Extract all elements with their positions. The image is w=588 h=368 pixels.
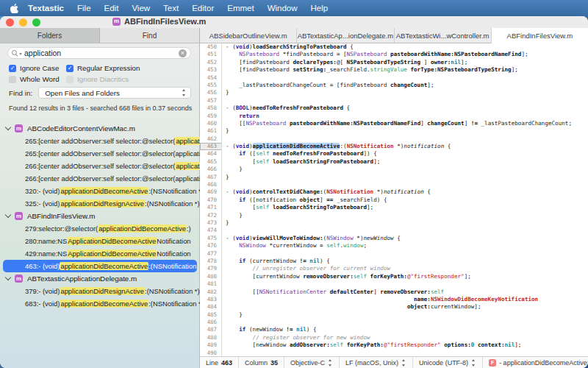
result-group-header[interactable]: mABFindInFilesView.m [0, 210, 200, 222]
tab-folders[interactable]: Folders [0, 28, 100, 43]
chevron-down-icon[interactable] [5, 275, 11, 280]
editor-tabs: ABSidebarOutlineView.mABTextasticAp...io… [200, 28, 588, 43]
menu-item-view[interactable]: View [125, 0, 157, 16]
status-segment[interactable]: F- applicationDidBecomeActive: [483, 357, 588, 368]
editor-tab[interactable]: ABFindInFilesView.m [492, 28, 588, 43]
option-label: Ignore Diacritics [77, 75, 129, 83]
result-row[interactable]: 279: selector:@selector(applicationDidBe… [0, 222, 200, 235]
apple-menu-icon[interactable] [10, 4, 18, 13]
status-segment[interactable]: Unicode (UTF-8) [413, 357, 483, 368]
menu-item-textastic[interactable]: Textastic [21, 0, 71, 16]
menu-item-emmet[interactable]: Emmet [220, 0, 260, 16]
menu-item-window[interactable]: Window [261, 0, 304, 16]
result-row[interactable]: 266: [center addObserver:self selector:@… [0, 160, 200, 172]
editor-tab[interactable]: ABTextasticAp...ionDelegate.m [297, 28, 394, 43]
result-row[interactable]: 325: - (void) applicationDidResignActive… [0, 197, 200, 210]
code-line: 483 name:NSWindowDidBecomeKeyNotificatio… [200, 296, 588, 303]
line-number: 462 [200, 135, 222, 143]
menu-item-editor[interactable]: Editor [185, 0, 220, 16]
line-number: 490 [200, 350, 222, 356]
option-regular-expression[interactable]: ✓Regular Expression [66, 64, 140, 72]
code-text: - (void)controlTextDidChange:(NSNotifica… [222, 188, 431, 196]
close-button[interactable] [6, 18, 14, 26]
search-input[interactable] [24, 49, 179, 57]
result-row[interactable]: 683: - (void)applicationDidBecomeActive:… [0, 297, 200, 310]
editor-tab[interactable]: ABSidebarOutlineView.m [200, 28, 297, 43]
code-text: } [222, 89, 229, 96]
line-number: 489 [200, 342, 222, 349]
title-bar: m ABFindInFilesView.m [0, 16, 588, 28]
zoom-button[interactable] [32, 18, 40, 26]
line-number: 457 [200, 97, 222, 105]
status-segment[interactable]: LF (macOS, Unix) [340, 357, 413, 368]
code-text [222, 97, 226, 105]
line-number: 464 [200, 150, 222, 158]
line-number: 452 [200, 59, 222, 66]
find-in-popup[interactable]: Open Files and Folders [38, 87, 191, 99]
menu-item-text[interactable]: Text [157, 0, 185, 16]
result-group-header[interactable]: mABCodeEditorContentViewMac.m [0, 122, 200, 135]
chevron-down-icon[interactable] [5, 212, 11, 218]
code-text: } [222, 174, 229, 181]
tab-find[interactable]: Find [100, 28, 200, 43]
code-line: 478 if (currentWindow != nil) { [200, 258, 588, 265]
code-line: 457 [200, 97, 588, 105]
minimize-button[interactable] [19, 18, 27, 26]
result-row[interactable]: 265: [center addObserver:self selector:@… [0, 147, 200, 160]
find-options-row-1: ✓Ignore Case✓Regular Expression [9, 63, 193, 73]
title-group: m ABFindInFilesView.m [112, 17, 206, 26]
code-text: name:NSWindowDidBecomeKeyNotification [222, 296, 538, 303]
clear-icon[interactable]: × [179, 49, 187, 57]
line-number: 476 [200, 242, 222, 250]
checkbox-icon[interactable]: ✓ [66, 65, 74, 72]
option-ignore-diacritics: Ignore Diacritics [66, 75, 129, 83]
code-text: // unregister observer for current windo… [222, 265, 390, 272]
code-line: 482 [[NSNotificationCenter defaultCenter… [200, 289, 588, 296]
code-line: 469- (void)controlTextDidChange:(NSNotif… [200, 188, 588, 196]
result-row[interactable]: 379: - (void)applicationDidResignActive:… [0, 285, 200, 297]
result-row[interactable]: 280: name:NSApplicationDidBecomeActiveNo… [0, 235, 200, 247]
chevron-down-icon[interactable] [5, 124, 11, 130]
search-field[interactable]: × [7, 47, 191, 59]
line-number: 481 [200, 280, 222, 288]
code-text: - (void)loadSearchStringToPasteboard { [222, 43, 354, 51]
result-row[interactable]: 429: name:NSApplicationDidBecomeActiveNo… [0, 247, 200, 260]
result-file-name: ABCodeEditorContentViewMac.m [27, 124, 135, 132]
code-text [222, 74, 226, 82]
code-text: [findPasteboard declareTypes:@[ NSPasteb… [222, 59, 467, 66]
code-line: 450- (void)loadSearchStringToPasteboard … [200, 43, 588, 51]
checkbox-icon[interactable] [9, 76, 16, 83]
code-text: } [222, 219, 229, 227]
code-text: } [222, 166, 243, 173]
result-group-header[interactable]: mABTextasticApplicationDelegate.m [0, 272, 200, 285]
search-menu-caret-icon[interactable] [19, 53, 22, 55]
code-line: 470 if ([notification object] == _search… [200, 197, 588, 204]
editor-tab[interactable]: ABTextasticWi...wController.m [395, 28, 492, 43]
option-ignore-case[interactable]: ✓Ignore Case [9, 64, 66, 72]
code-line: 472 } [200, 212, 588, 219]
code-editor[interactable]: 450- (void)loadSearchStringToPasteboard … [200, 43, 588, 356]
code-line: 479 // unregister observer for current w… [200, 265, 588, 272]
code-line: 461} [200, 127, 588, 135]
code-text: return [222, 113, 259, 120]
window-title: ABFindInFilesView.m [124, 17, 206, 26]
code-text: [newWindow addObserver:self forKeyPath:@… [222, 342, 521, 349]
result-row[interactable]: 265: [center addObserver:self selector:@… [0, 135, 200, 147]
code-line: 460 [[NSPasteboard pasteboardWithName:NS… [200, 120, 588, 127]
checkbox-icon[interactable]: ✓ [9, 65, 16, 72]
menu-item-edit[interactable]: Edit [98, 0, 126, 16]
file-type-icon: m [15, 275, 23, 283]
line-number: 466 [200, 166, 222, 173]
status-segment[interactable]: Objective-C [284, 357, 340, 368]
line-number: 453 [200, 66, 222, 74]
menu-item-help[interactable]: Help [304, 0, 335, 16]
code-text: [[NSPasteboard pasteboardWithName:NSPast… [222, 120, 572, 127]
find-panel: × ✓Ignore Case✓Regular Expression Whole … [0, 43, 200, 368]
option-whole-word[interactable]: Whole Word [9, 75, 66, 83]
result-row[interactable]: 266: [center addObserver:self selector:@… [0, 172, 200, 185]
result-row[interactable]: 320: - (void) applicationDidBecomeActive… [0, 185, 200, 197]
code-line: 466 } [200, 166, 588, 173]
option-label: Whole Word [20, 75, 60, 83]
menu-item-file[interactable]: File [71, 0, 98, 16]
result-row[interactable]: 463: - (void)applicationDidBecomeActive:… [3, 260, 197, 272]
